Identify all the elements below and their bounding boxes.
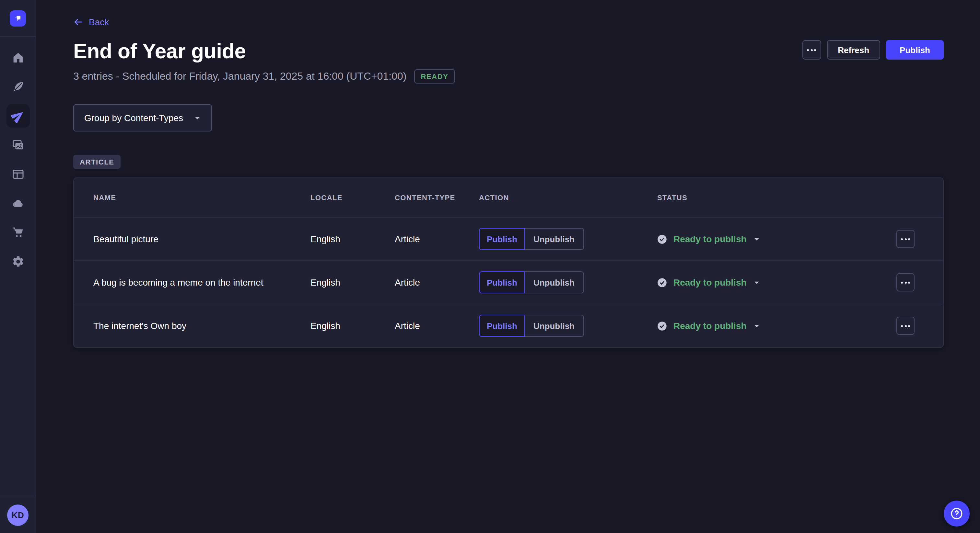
logo-block [0,0,36,37]
sidebar-item-content-type-builder[interactable] [6,163,30,186]
action-toggle: Publish Unpublish [479,228,646,250]
row-publish-button[interactable]: Publish [479,315,525,337]
row-more-button[interactable] [896,273,915,292]
avatar[interactable]: KD [7,504,29,526]
cart-icon [11,226,24,239]
sidebar-footer: KD [0,497,36,533]
chevron-down-icon [753,322,760,329]
images-icon [11,139,24,152]
app-root: KD Back End of Year guide Refresh Publis… [0,0,980,533]
status-text: Ready to publish [673,277,747,287]
sidebar: KD [0,0,36,533]
sidebar-item-releases[interactable] [6,104,30,128]
cloud-icon [11,197,25,210]
entry-status[interactable]: Ready to publish [646,277,887,287]
sidebar-nav [0,37,36,497]
entry-locale: English [310,234,395,244]
sidebar-item-marketplace[interactable] [6,221,30,244]
toolbar: Group by Content-Types [73,104,944,132]
ellipsis-icon [901,238,910,240]
page-title: End of Year guide [73,39,246,63]
article-badge: ARTICLE [73,155,121,169]
sidebar-item-content-manager[interactable] [6,75,30,98]
entry-content-type: Article [395,234,479,244]
more-actions-button[interactable] [802,40,821,60]
release-subtitle: 3 entries - Scheduled for Friday, Januar… [73,71,406,82]
group-by-select[interactable]: Group by Content-Types [73,104,212,132]
question-mark-icon [950,506,964,521]
column-locale: LOCALE [310,194,395,201]
sidebar-item-media-library[interactable] [6,133,30,157]
column-action: ACTION [479,194,646,201]
check-circle-icon [657,234,667,244]
row-publish-button[interactable]: Publish [479,228,525,250]
strapi-logo-icon [13,13,23,23]
entry-status[interactable]: Ready to publish [646,320,887,331]
publish-release-button[interactable]: Publish [886,40,944,60]
ellipsis-icon [901,281,910,283]
arrow-left-icon [73,17,84,27]
layout-icon [11,168,24,181]
table-row: The internet's Own boy English Article P… [74,304,943,347]
home-icon [11,51,24,64]
entry-locale: English [310,320,395,331]
paper-plane-icon [11,109,25,123]
entries-table: NAME LOCALE CONTENT-TYPE ACTION STATUS B… [73,178,944,348]
main-content: Back End of Year guide Refresh Publish 3… [36,0,980,533]
subtitle-row: 3 entries - Scheduled for Friday, Januar… [73,69,944,84]
check-circle-icon [657,278,667,287]
row-more-button[interactable] [896,230,915,248]
status-text: Ready to publish [673,320,747,331]
column-name: NAME [93,194,310,201]
gear-icon [11,255,24,268]
help-button[interactable] [944,501,970,527]
feather-icon [11,80,24,93]
status-text: Ready to publish [673,234,747,244]
action-toggle: Publish Unpublish [479,315,646,337]
strapi-logo[interactable] [10,10,26,26]
chevron-down-icon [753,235,760,243]
entry-content-type: Article [395,320,479,331]
entry-locale: English [310,277,395,287]
row-unpublish-button[interactable]: Unpublish [525,271,584,293]
row-unpublish-button[interactable]: Unpublish [525,315,584,337]
content-group-label: ARTICLE [73,155,944,169]
entry-name: A bug is becoming a meme on the internet [93,277,310,287]
row-more-button[interactable] [896,317,915,335]
column-status: STATUS [646,194,887,201]
table-header: NAME LOCALE CONTENT-TYPE ACTION STATUS [74,178,943,217]
check-circle-icon [657,321,667,331]
sidebar-item-deploy[interactable] [6,192,30,215]
table-row: Beautiful picture English Article Publis… [74,217,943,260]
row-publish-button[interactable]: Publish [479,271,525,293]
header-actions: Refresh Publish [802,40,944,60]
entry-content-type: Article [395,277,479,287]
group-by-label: Group by Content-Types [84,113,183,123]
ellipsis-icon [901,325,910,327]
entry-status[interactable]: Ready to publish [646,234,887,244]
action-toggle: Publish Unpublish [479,271,646,293]
chevron-down-icon [753,279,760,286]
chevron-down-icon [194,114,200,121]
column-content-type: CONTENT-TYPE [395,194,479,201]
back-label: Back [89,17,109,27]
sidebar-item-home[interactable] [6,46,30,69]
entry-name: Beautiful picture [93,234,310,244]
entry-name: The internet's Own boy [93,320,310,331]
back-link[interactable]: Back [73,17,109,27]
row-unpublish-button[interactable]: Unpublish [525,228,584,250]
ellipsis-icon [807,49,816,51]
sidebar-item-settings[interactable] [6,250,30,273]
refresh-button[interactable]: Refresh [827,40,880,60]
status-badge: READY [414,69,455,84]
title-row: End of Year guide Refresh Publish [73,39,944,63]
table-row: A bug is becoming a meme on the internet… [74,260,943,304]
